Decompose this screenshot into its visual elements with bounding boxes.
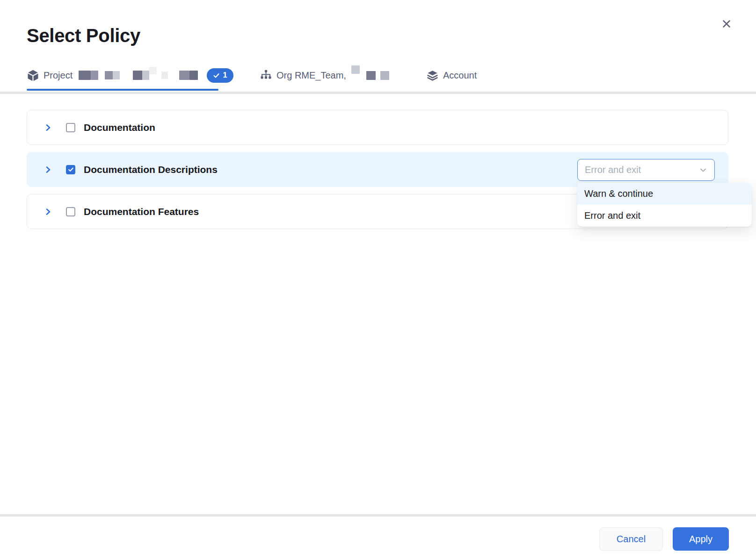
chevron-down-icon <box>698 165 708 175</box>
redacted-block <box>79 71 91 80</box>
redacted-block <box>380 71 389 80</box>
tab-account[interactable]: Account <box>426 66 477 84</box>
cube-icon <box>27 69 39 82</box>
layers-icon <box>426 69 439 82</box>
check-icon <box>213 72 220 79</box>
org-chart-icon <box>260 69 272 82</box>
close-button[interactable] <box>719 16 734 32</box>
footer-divider <box>0 514 756 517</box>
action-select-menu: Warn & continue Error and exit <box>577 183 752 227</box>
selected-count: 1 <box>223 71 227 80</box>
expand-chevron[interactable] <box>44 165 52 174</box>
tab-account-label: Account <box>443 70 477 81</box>
redacted-block <box>142 71 149 80</box>
chevron-right-icon <box>44 165 52 174</box>
chevron-right-icon <box>44 123 52 132</box>
redacted-text <box>77 71 198 80</box>
modal-title: Select Policy <box>27 24 140 47</box>
redacted-block <box>149 67 157 74</box>
policy-label: Documentation Features <box>84 206 199 217</box>
close-icon <box>721 18 732 29</box>
redacted-block <box>133 71 142 80</box>
tab-project[interactable]: Project 1 <box>27 66 233 84</box>
active-tab-indicator <box>27 89 218 91</box>
action-select-value: Error and exit <box>585 165 641 175</box>
select-policy-modal: Select Policy Project 1 Org RME_Team, <box>0 0 756 560</box>
checkbox-documentation-features[interactable] <box>66 207 75 216</box>
tab-org-label: Org RME_Team, <box>276 70 346 81</box>
expand-chevron[interactable] <box>44 123 52 132</box>
menu-option-warn-continue[interactable]: Warn & continue <box>577 183 752 205</box>
apply-button[interactable]: Apply <box>673 527 729 551</box>
redacted-block <box>105 71 113 79</box>
checkbox-documentation[interactable] <box>66 123 75 132</box>
menu-option-error-exit[interactable]: Error and exit <box>577 205 752 227</box>
tab-org[interactable]: Org RME_Team, <box>260 66 389 84</box>
redacted-block <box>113 71 120 79</box>
tab-bar-divider <box>0 92 756 94</box>
tab-project-label: Project <box>44 70 73 81</box>
policy-label: Documentation <box>84 122 155 133</box>
policy-row-documentation: Documentation <box>27 110 728 145</box>
redacted-block <box>161 72 168 79</box>
selected-count-badge: 1 <box>207 68 233 83</box>
policy-label: Documentation Descriptions <box>84 164 218 175</box>
redacted-block <box>179 71 189 80</box>
redacted-block <box>91 71 98 80</box>
redacted-block <box>366 71 376 80</box>
redacted-block <box>351 65 360 74</box>
cancel-button[interactable]: Cancel <box>599 527 663 551</box>
chevron-right-icon <box>44 208 52 216</box>
checkbox-documentation-descriptions[interactable] <box>66 165 75 174</box>
redacted-text <box>350 71 389 80</box>
expand-chevron[interactable] <box>44 208 52 216</box>
redacted-block <box>189 71 198 80</box>
check-icon <box>68 166 74 172</box>
action-select[interactable]: Error and exit <box>577 159 715 181</box>
